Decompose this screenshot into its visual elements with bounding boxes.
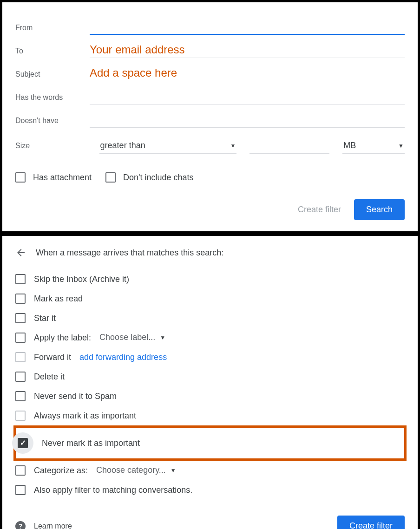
search-actions-row: Create filter Search (15, 199, 405, 220)
delete-it-item: Delete it (15, 367, 405, 386)
delete-it-label: Delete it (34, 372, 65, 382)
doesnt-have-row: Doesn't have (15, 104, 405, 128)
dropdown-icon: ▼ (230, 143, 236, 149)
skip-inbox-item: Skip the Inbox (Archive it) (15, 269, 405, 289)
has-words-label: Has the words (15, 93, 90, 104)
filter-actions-panel: When a message arrives that matches this… (0, 234, 420, 529)
star-it-checkbox[interactable] (15, 313, 26, 323)
skip-inbox-label: Skip the Inbox (Archive it) (34, 274, 129, 284)
size-value-input[interactable] (249, 148, 329, 154)
dropdown-icon: ▼ (171, 467, 176, 474)
never-spam-item: Never send it to Spam (15, 386, 405, 406)
also-apply-checkbox[interactable] (15, 485, 26, 495)
apply-label-label: Apply the label: (34, 333, 91, 343)
also-apply-item: Also apply filter to matching conversati… (15, 480, 405, 500)
dropdown-icon: ▼ (398, 143, 404, 149)
categorize-item: Categorize as: Choose category... ▼ (15, 461, 405, 480)
search-button[interactable]: Search (354, 199, 405, 220)
forward-it-label: Forward it (34, 353, 71, 362)
filter-header-row: When a message arrives that matches this… (15, 247, 405, 258)
dropdown-icon: ▼ (160, 334, 165, 341)
dont-include-chats-checkbox[interactable] (105, 172, 116, 183)
has-words-row: Has the words (15, 81, 405, 104)
categorize-select-text: Choose category... (96, 465, 166, 475)
star-it-label: Star it (34, 313, 56, 323)
mark-read-checkbox[interactable] (15, 294, 26, 304)
footer-left: ? Learn more (15, 521, 72, 529)
subject-input[interactable] (90, 66, 405, 81)
categorize-label: Categorize as: (34, 466, 88, 476)
has-attachment-label: Has attachment (33, 173, 92, 183)
to-label: To (15, 47, 90, 58)
forward-it-item: Forward it add forwarding address (15, 347, 405, 367)
create-filter-button[interactable]: Create filter (337, 516, 405, 529)
delete-it-checkbox[interactable] (15, 372, 26, 382)
has-attachment-checkbox[interactable] (15, 172, 26, 183)
mark-read-item: Mark as read (15, 289, 405, 308)
from-label: From (15, 24, 90, 35)
filter-footer-row: ? Learn more Create filter (15, 516, 405, 529)
never-important-item: Never mark it as important (18, 431, 402, 456)
apply-label-item: Apply the label: Choose label... ▼ (15, 328, 405, 347)
always-important-checkbox (15, 411, 26, 421)
to-input[interactable] (90, 43, 405, 58)
apply-label-select-text: Choose label... (99, 333, 155, 342)
never-important-label: Never mark it as important (42, 438, 140, 448)
back-arrow-icon[interactable] (15, 247, 26, 258)
size-operator-value: greater than (100, 141, 145, 150)
size-label: Size (15, 142, 86, 154)
categorize-select[interactable]: Choose category... ▼ (96, 465, 176, 476)
checkbox-row: Has attachment Don't include chats (15, 172, 405, 183)
never-spam-label: Never send it to Spam (34, 392, 117, 401)
never-important-highlight: Never mark it as important (13, 425, 407, 461)
categorize-checkbox[interactable] (15, 465, 26, 476)
apply-label-select[interactable]: Choose label... ▼ (99, 333, 165, 343)
add-forwarding-address-link[interactable]: add forwarding address (79, 353, 167, 362)
filter-search-panel: From To Your email address Subject Add a… (0, 0, 420, 234)
dont-include-chats-item: Don't include chats (105, 172, 194, 183)
star-it-item: Star it (15, 308, 405, 328)
mark-read-label: Mark as read (34, 294, 83, 304)
never-important-checkbox[interactable] (18, 438, 28, 448)
never-spam-checkbox[interactable] (15, 391, 26, 401)
size-row: Size greater than ▼ MB ▼ (15, 128, 405, 154)
subject-row: Subject Add a space here (15, 58, 405, 81)
size-unit-select[interactable]: MB ▼ (342, 138, 405, 154)
doesnt-have-input[interactable] (90, 113, 405, 128)
has-words-input[interactable] (90, 90, 405, 104)
always-important-item: Always mark it as important (15, 406, 405, 425)
size-operator-select[interactable]: greater than ▼ (99, 138, 237, 154)
filter-header-text: When a message arrives that matches this… (36, 248, 223, 258)
subject-label: Subject (15, 70, 90, 81)
from-row: From (15, 12, 405, 35)
checkbox-ripple (12, 432, 33, 454)
skip-inbox-checkbox[interactable] (15, 274, 26, 284)
also-apply-label: Also apply filter to matching conversati… (34, 485, 192, 495)
always-important-label: Always mark it as important (34, 411, 136, 421)
dont-include-chats-label: Don't include chats (123, 173, 194, 183)
create-filter-link[interactable]: Create filter (298, 205, 341, 215)
help-icon[interactable]: ? (15, 521, 26, 529)
learn-more-link[interactable]: Learn more (34, 522, 72, 529)
size-unit-value: MB (343, 141, 356, 150)
to-row: To Your email address (15, 35, 405, 58)
doesnt-have-label: Doesn't have (15, 117, 90, 128)
from-input[interactable] (90, 20, 405, 35)
has-attachment-item: Has attachment (15, 172, 92, 183)
forward-it-checkbox (15, 352, 26, 362)
apply-label-checkbox[interactable] (15, 333, 26, 343)
